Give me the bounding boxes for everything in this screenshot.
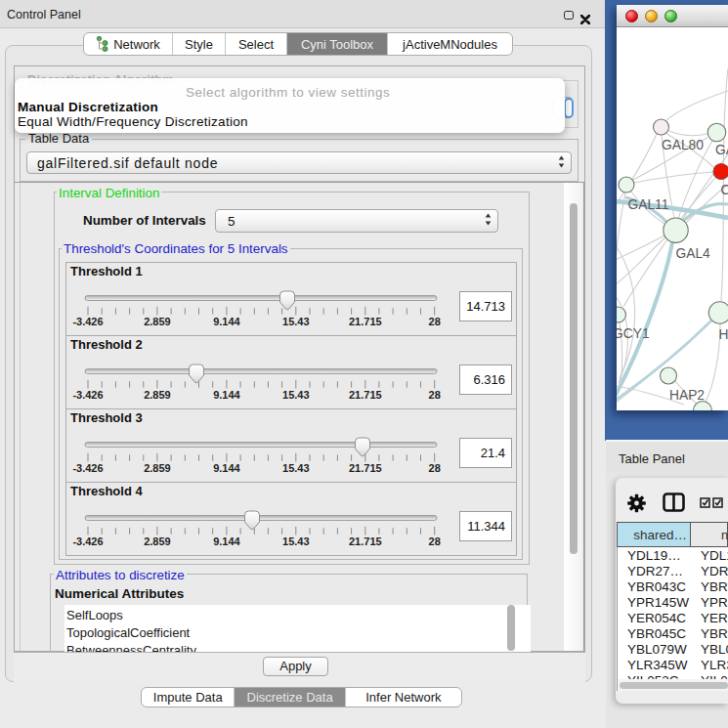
- svg-text:GAL4: GAL4: [676, 246, 711, 261]
- svg-text:GAL3: GAL3: [715, 143, 728, 157]
- svg-text:HIS: HIS: [719, 327, 728, 342]
- svg-text:GCY1: GCY1: [617, 326, 650, 341]
- svg-text:GAL11: GAL11: [628, 197, 669, 212]
- svg-text:CDC: CDC: [721, 183, 728, 197]
- svg-text:GAL80: GAL80: [662, 138, 704, 152]
- svg-text:HAP2: HAP2: [669, 388, 705, 403]
